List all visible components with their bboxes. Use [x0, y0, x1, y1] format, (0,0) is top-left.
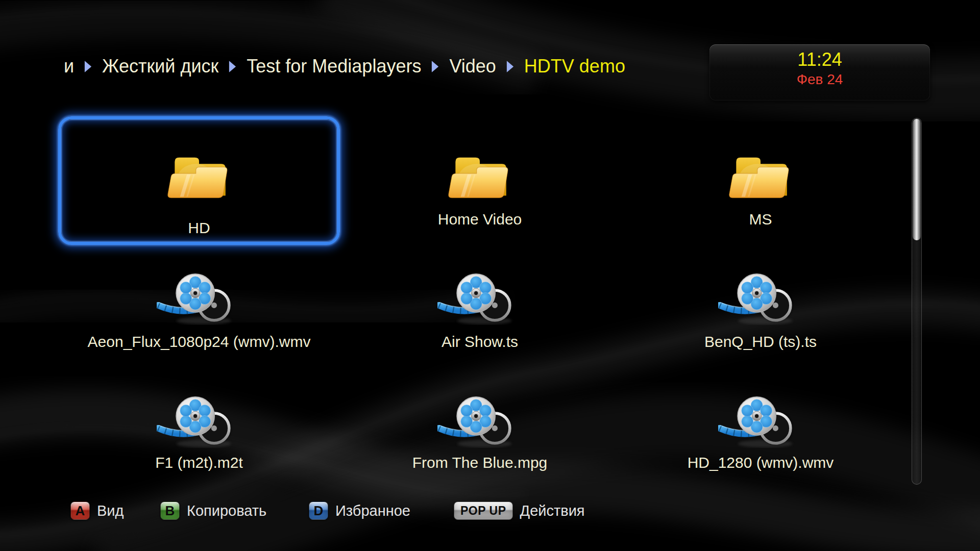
legend-favorites: D Избранное — [309, 501, 410, 520]
clock-panel: 11:24 Фев 24 — [709, 44, 930, 101]
film-reel-icon — [157, 395, 241, 448]
tile-hd-1280[interactable]: HD_1280 (wmv).wmv — [620, 395, 901, 472]
key-label-actions: Действия — [520, 503, 585, 519]
chevron-right-icon — [84, 60, 92, 73]
tile-benq-hd[interactable]: BenQ_HD (ts).ts — [620, 272, 901, 352]
film-reel-icon — [157, 272, 241, 325]
clock-time: 11:24 — [709, 49, 930, 70]
chevron-right-icon — [431, 60, 439, 73]
clock-date: Фев 24 — [709, 71, 930, 88]
chevron-right-icon — [506, 60, 514, 73]
chevron-right-icon — [228, 60, 237, 73]
tile-label: From The Blue.mpg — [339, 453, 620, 472]
breadcrumb-item-current: HDTV demo — [524, 53, 625, 80]
legend-actions: POP UP Действия — [454, 501, 585, 520]
tile-label: Home Video — [339, 210, 620, 229]
tile-label: F1 (m2t).m2t — [59, 453, 339, 472]
breadcrumb-item-root[interactable]: и — [64, 53, 74, 80]
film-reel-icon — [437, 395, 522, 448]
tile-label: HD_1280 (wmv).wmv — [620, 453, 901, 472]
breadcrumb: и Жесткий диск Test for Mediaplayers Vid… — [64, 53, 625, 80]
media-player-screen: и Жесткий диск Test for Mediaplayers Vid… — [0, 0, 980, 551]
remote-key-popup-button[interactable]: POP UP — [454, 502, 513, 520]
tile-label: HD — [59, 218, 339, 238]
folder-icon — [161, 145, 237, 203]
tile-from-the-blue[interactable]: From The Blue.mpg — [339, 395, 620, 472]
breadcrumb-item-hdd[interactable]: Жесткий диск — [102, 53, 218, 80]
remote-key-d-button[interactable]: D — [309, 502, 328, 520]
tile-label: MS — [620, 210, 901, 229]
key-label-favorites: Избранное — [335, 503, 410, 519]
tile-air-show[interactable]: Air Show.ts — [339, 272, 620, 352]
breadcrumb-item-test-for-mediaplayers[interactable]: Test for Mediaplayers — [247, 53, 421, 80]
tile-home-video[interactable]: Home Video — [339, 122, 620, 229]
tile-ms[interactable]: MS — [620, 122, 901, 229]
legend-copy: B Копировать — [160, 501, 266, 520]
tile-f1[interactable]: F1 (m2t).m2t — [59, 395, 339, 472]
tile-aeon-flux[interactable]: Aeon_Flux_1080p24 (wmv).wmv — [59, 272, 339, 352]
tile-hd[interactable]: HD — [59, 122, 339, 238]
folder-icon — [722, 145, 799, 203]
scrollbar-track[interactable] — [912, 118, 922, 485]
tile-label: Air Show.ts — [339, 332, 620, 352]
remote-key-a-button[interactable]: A — [70, 502, 90, 520]
breadcrumb-item-video[interactable]: Video — [449, 53, 496, 80]
key-label-copy: Копировать — [187, 503, 266, 519]
film-reel-icon — [437, 272, 522, 325]
folder-icon — [442, 145, 518, 203]
tile-label: BenQ_HD (ts).ts — [620, 332, 901, 352]
remote-key-b-button[interactable]: B — [160, 502, 180, 520]
tile-label: Aeon_Flux_1080p24 (wmv).wmv — [59, 332, 339, 352]
scrollbar-thumb[interactable] — [912, 118, 921, 241]
key-label-view: Вид — [97, 503, 124, 519]
film-reel-icon — [718, 272, 803, 325]
legend-view: A Вид — [70, 501, 124, 520]
film-reel-icon — [718, 395, 803, 448]
